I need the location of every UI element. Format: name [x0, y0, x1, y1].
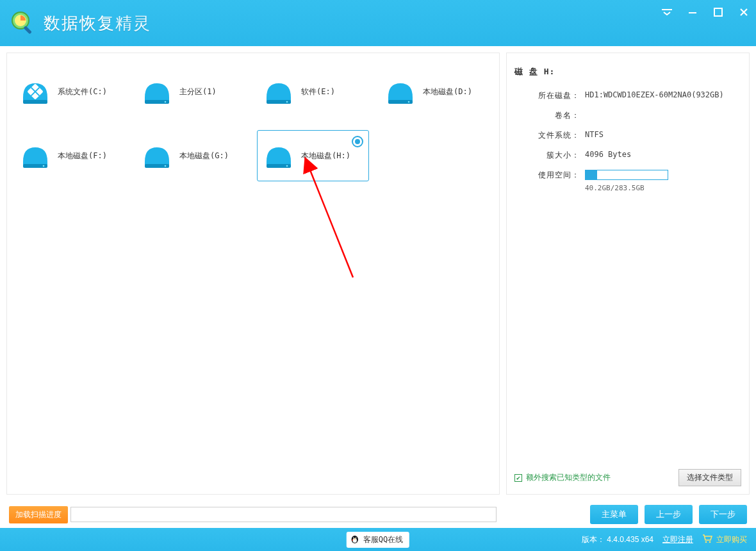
dropdown-icon[interactable] [661, 6, 673, 18]
info-row-cluster: 簇大小： 4096 Bytes [514, 150, 741, 161]
svg-rect-5 [714, 8, 722, 16]
bottom-bar: 加载扫描进度 主菜单 上一步 下一步 [0, 501, 756, 528]
info-value [585, 110, 741, 121]
qq-support-badge[interactable]: 客服QQ在线 [347, 532, 409, 548]
drive-icon [141, 140, 173, 172]
select-file-types-button[interactable]: 选择文件类型 [678, 469, 741, 486]
info-bottom: ✔ 额外搜索已知类型的文件 选择文件类型 [514, 464, 741, 486]
info-label: 所在磁盘： [514, 90, 585, 101]
next-button[interactable]: 下一步 [699, 505, 747, 524]
status-right: 版本： 4.4.0.435 x64 立即注册 立即购买 [582, 534, 747, 545]
drive-label: 软件(E:) [301, 86, 335, 97]
svg-point-11 [165, 101, 167, 103]
usage-value: 40.2GB/283.5GB [585, 170, 741, 192]
drive-label: 系统文件(C:) [58, 86, 107, 97]
info-value: NTFS [585, 130, 741, 141]
app-title-main: 数据恢复 [44, 13, 115, 33]
main-menu-button[interactable]: 主菜单 [590, 505, 638, 524]
drive-item[interactable]: 本地磁盘(F:) [13, 130, 126, 181]
svg-point-19 [165, 165, 167, 167]
cart-icon [702, 534, 712, 545]
info-row-usage: 使用空间： 40.2GB/283.5GB [514, 170, 741, 192]
info-row-volname: 卷名： [514, 110, 741, 121]
drive-label: 本地磁盘(D:) [423, 86, 472, 97]
drive-item[interactable]: 本地磁盘(G:) [135, 130, 247, 181]
svg-point-27 [354, 538, 354, 538]
info-row-fs: 文件系统： NTFS [514, 130, 741, 141]
load-scan-progress-button[interactable]: 加载扫描进度 [9, 506, 68, 523]
buy-link[interactable]: 立即购买 [702, 534, 747, 545]
drive-icon [141, 76, 173, 108]
drive-item[interactable]: 系统文件(C:) [13, 66, 126, 117]
drive-icon [263, 76, 295, 108]
svg-point-15 [408, 101, 410, 103]
info-value: HD1:WDCWD10EZEX-60M2NA0(932GB) [585, 90, 741, 101]
info-rows: 所在磁盘： HD1:WDCWD10EZEX-60M2NA0(932GB) 卷名：… [514, 90, 741, 201]
info-label: 文件系统： [514, 130, 585, 141]
main-area: 系统文件(C:)主分区(1)软件(E:)本地磁盘(D:)本地磁盘(F:)本地磁盘… [0, 46, 756, 501]
svg-point-31 [709, 541, 711, 543]
svg-point-30 [705, 541, 707, 543]
usage-text: 40.2GB/283.5GB [585, 184, 741, 192]
drive-item[interactable]: 软件(E:) [257, 66, 369, 117]
app-logo-icon [9, 9, 37, 37]
drive-label: 本地磁盘(H:) [301, 151, 350, 161]
status-bar: 客服QQ在线 版本： 4.4.0.435 x64 立即注册 立即购买 [0, 528, 756, 551]
drives-panel: 系统文件(C:)主分区(1)软件(E:)本地磁盘(D:)本地磁盘(F:)本地磁盘… [6, 53, 500, 495]
version-text: 版本： 4.4.0.435 x64 [582, 534, 653, 545]
extra-search-checkbox[interactable]: ✔ 额外搜索已知类型的文件 [514, 472, 611, 483]
logo-wrap: 数据恢复精灵 [9, 9, 151, 37]
drive-label: 本地磁盘(F:) [58, 151, 107, 161]
info-label: 簇大小： [514, 150, 585, 161]
checkbox-label: 额外搜索已知类型的文件 [526, 472, 611, 483]
title-bar: 数据恢复精灵 [0, 0, 756, 46]
minimize-icon[interactable] [687, 6, 698, 18]
info-label: 卷名： [514, 110, 585, 121]
svg-rect-2 [23, 26, 31, 34]
app-title: 数据恢复精灵 [44, 12, 151, 35]
info-value: 4096 Bytes [585, 150, 741, 161]
close-icon[interactable] [738, 6, 750, 18]
maximize-icon[interactable] [712, 6, 724, 18]
drive-item[interactable]: 本地磁盘(H:) [257, 130, 369, 181]
window-controls [661, 6, 750, 18]
system-drive-icon [19, 76, 51, 108]
qq-penguin-icon [350, 534, 359, 546]
drive-icon [263, 140, 295, 172]
progress-path-input[interactable] [70, 507, 497, 522]
drive-item[interactable]: 本地磁盘(D:) [379, 66, 491, 117]
svg-point-17 [43, 165, 45, 167]
usage-bar [585, 170, 668, 180]
check-icon: ✔ [514, 474, 522, 482]
drive-icon [384, 76, 416, 108]
svg-point-13 [286, 101, 288, 103]
info-panel: 磁 盘 H: 所在磁盘： HD1:WDCWD10EZEX-60M2NA0(932… [506, 53, 750, 495]
svg-rect-4 [689, 12, 696, 13]
drive-label: 本地磁盘(G:) [179, 151, 229, 161]
prev-button[interactable]: 上一步 [645, 505, 693, 524]
drive-label: 主分区(1) [179, 86, 217, 97]
info-title: 磁 盘 H: [514, 66, 741, 78]
info-label: 使用空间： [514, 170, 585, 192]
svg-point-29 [354, 538, 356, 539]
buy-label: 立即购买 [716, 534, 747, 545]
svg-point-28 [356, 538, 356, 538]
info-row-disk: 所在磁盘： HD1:WDCWD10EZEX-60M2NA0(932GB) [514, 90, 741, 101]
register-link[interactable]: 立即注册 [662, 534, 693, 545]
qq-label: 客服QQ在线 [363, 534, 403, 545]
svg-point-21 [286, 165, 288, 167]
drive-item[interactable]: 主分区(1) [135, 66, 247, 117]
app-title-accent: 精灵 [115, 13, 151, 33]
svg-rect-6 [23, 100, 47, 104]
svg-rect-3 [662, 9, 672, 10]
usage-fill [586, 170, 597, 179]
drive-grid: 系统文件(C:)主分区(1)软件(E:)本地磁盘(D:)本地磁盘(F:)本地磁盘… [13, 66, 493, 194]
drive-icon [19, 140, 51, 172]
